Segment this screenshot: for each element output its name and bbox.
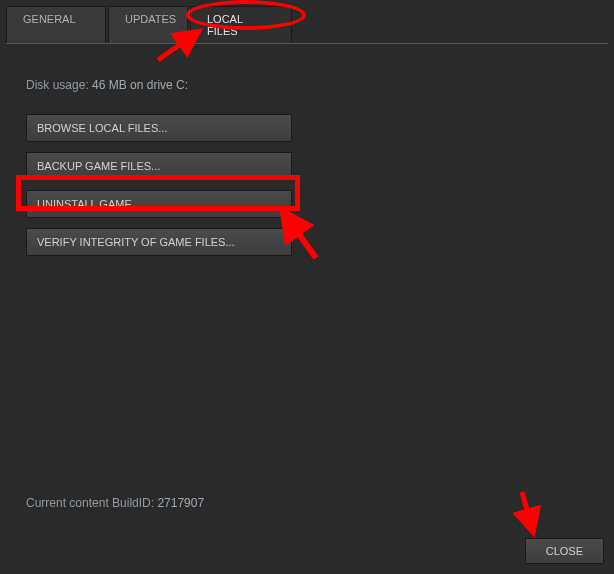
verify-integrity-button[interactable]: VERIFY INTEGRITY OF GAME FILES...: [26, 228, 292, 256]
build-id-label: Current content BuildID: [26, 496, 151, 510]
close-bar: CLOSE: [525, 538, 604, 564]
browse-local-files-button[interactable]: BROWSE LOCAL FILES...: [26, 114, 292, 142]
backup-game-files-button[interactable]: BACKUP GAME FILES...: [26, 152, 292, 180]
uninstall-game-button[interactable]: UNINSTALL GAME...: [26, 190, 292, 218]
disk-usage-text: Disk usage: 46 MB on drive C:: [26, 78, 588, 92]
close-button[interactable]: CLOSE: [525, 538, 604, 564]
tab-local-files[interactable]: LOCAL FILES: [190, 6, 292, 43]
disk-usage-label: Disk usage: [26, 78, 85, 92]
tab-bar: GENERAL UPDATES LOCAL FILES: [0, 0, 614, 43]
svg-line-5: [522, 492, 532, 528]
build-info: Current content BuildID: 2717907: [26, 496, 204, 510]
annotation-arrow-icon: [500, 488, 550, 538]
content-panel: Disk usage: 46 MB on drive C: BROWSE LOC…: [0, 44, 614, 284]
tab-general[interactable]: GENERAL: [6, 6, 106, 43]
disk-usage-value: 46 MB on drive C:: [92, 78, 188, 92]
build-id-value: 2717907: [157, 496, 204, 510]
tab-updates[interactable]: UPDATES: [108, 6, 188, 43]
